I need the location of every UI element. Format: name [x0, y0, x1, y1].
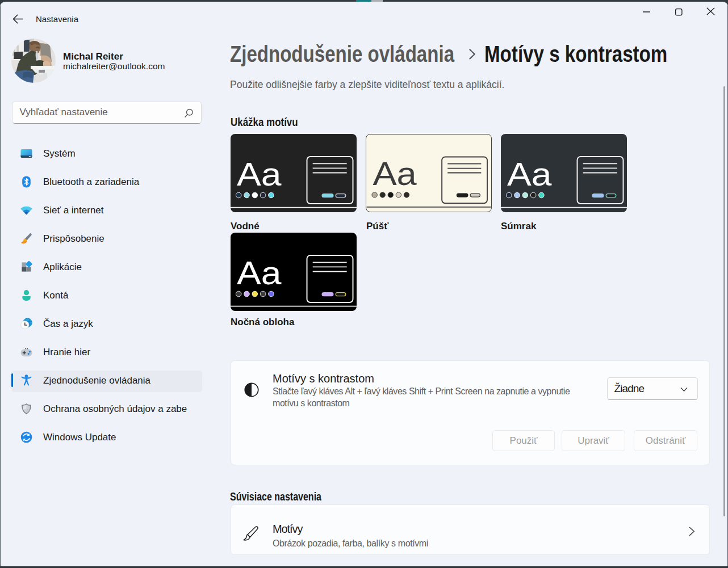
svg-text:Aa: Aa — [507, 155, 552, 192]
svg-text:Aa: Aa — [237, 155, 282, 192]
svg-text:Aa: Aa — [373, 155, 417, 192]
svg-text:Aa: Aa — [237, 254, 282, 291]
